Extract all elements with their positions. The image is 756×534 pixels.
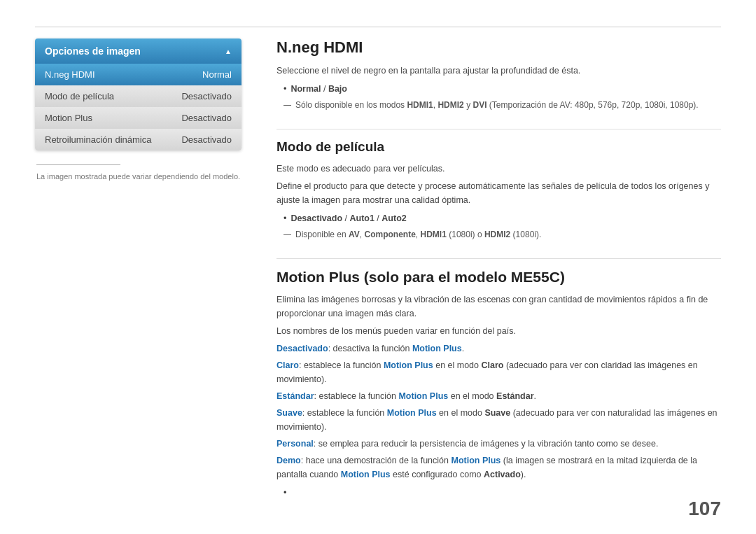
divider-2 xyxy=(276,258,721,259)
sidebar-item-movie[interactable]: Modo de película Desactivado xyxy=(35,85,241,107)
sidebar-title: Opciones de imagen xyxy=(45,45,141,57)
nneg-desc: Seleccione el nivel de negro en la panta… xyxy=(276,64,721,78)
motion-item-estandar: Estándar: establece la función Motion Pl… xyxy=(276,389,721,403)
sidebar-header: Opciones de imagen ▲ xyxy=(35,38,241,64)
movie-bullets: Desactivado / Auto1 / Auto2 xyxy=(284,211,721,225)
top-divider xyxy=(35,27,721,27)
sidebar-item-label-motion: Motion Plus xyxy=(45,113,92,123)
movie-note: Disponible en AV, Componente, HDMI1 (108… xyxy=(276,228,721,241)
movie-bullet-1: Desactivado / Auto1 / Auto2 xyxy=(284,211,721,225)
sidebar-item-value-motion: Desactivado xyxy=(181,113,232,123)
sidebar-item-value-nneg: Normal xyxy=(202,69,232,80)
main-content: N.neg HDMI Seleccione el nivel de negro … xyxy=(276,38,721,499)
motion-desc2: Los nombres de los menús pueden variar e… xyxy=(276,324,721,338)
sidebar: Opciones de imagen ▲ N.neg HDMI Normal M… xyxy=(35,38,241,181)
motion-item-off: Desactivado: desactiva la función Motion… xyxy=(276,342,721,356)
section-motion-plus: Motion Plus (solo para el modelo ME55C) … xyxy=(276,269,721,499)
sidebar-item-motion[interactable]: Motion Plus Desactivado xyxy=(35,107,241,129)
page: Opciones de imagen ▲ N.neg HDMI Normal M… xyxy=(0,0,756,534)
nneg-title: N.neg HDMI xyxy=(276,38,721,57)
nneg-bullets: Normal / Bajo xyxy=(284,82,721,96)
motion-item-suave: Suave: establece la función Motion Plus … xyxy=(276,406,721,434)
divider-1 xyxy=(276,129,721,129)
motion-item-demo: Demo: hace una demostración de la funció… xyxy=(276,454,721,482)
section-movie: Modo de película Este modo es adecuado p… xyxy=(276,139,721,241)
motion-sub-desenfoque: Reducc. Desenfoque: se emplea para reduc… xyxy=(284,486,721,499)
motion-title: Motion Plus (solo para el modelo ME55C) xyxy=(276,269,721,286)
sidebar-note-divider xyxy=(36,164,120,165)
motion-item-claro: Claro: establece la función Motion Plus … xyxy=(276,358,721,386)
sidebar-item-label-movie: Modo de película xyxy=(45,91,114,101)
sidebar-item-value-retro: Desactivado xyxy=(181,134,232,145)
sidebar-arrow-icon: ▲ xyxy=(225,48,232,55)
sidebar-item-retro[interactable]: Retroiluminación dinámica Desactivado xyxy=(35,129,241,150)
nneg-bullet-1: Normal / Bajo xyxy=(284,82,721,96)
motion-item-personal: Personal: se emplea para reducir la pers… xyxy=(276,437,721,451)
page-number: 107 xyxy=(688,498,721,520)
sidebar-item-nneg[interactable]: N.neg HDMI Normal xyxy=(35,64,241,85)
sidebar-menu: Opciones de imagen ▲ N.neg HDMI Normal M… xyxy=(35,38,241,150)
sidebar-note-text: La imagen mostrada puede variar dependie… xyxy=(36,172,240,181)
sidebar-note: La imagen mostrada puede variar dependie… xyxy=(35,164,241,181)
sidebar-item-label-nneg: N.neg HDMI xyxy=(45,69,95,80)
motion-sub-bullets: Reducc. Desenfoque: se emplea para reduc… xyxy=(284,486,721,499)
sidebar-item-value-movie: Desactivado xyxy=(181,91,232,101)
sidebar-item-label-retro: Retroiluminación dinámica xyxy=(45,134,151,145)
movie-desc2: Define el producto para que detecte y pr… xyxy=(276,179,721,207)
movie-desc1: Este modo es adecuado para ver películas… xyxy=(276,162,721,176)
movie-title: Modo de película xyxy=(276,139,721,155)
motion-desc1: Elimina las imágenes borrosas y la vibra… xyxy=(276,293,721,321)
nneg-note: Sólo disponible en los modos HDMI1, HDMI… xyxy=(276,99,721,112)
section-nneg: N.neg HDMI Seleccione el nivel de negro … xyxy=(276,38,721,112)
